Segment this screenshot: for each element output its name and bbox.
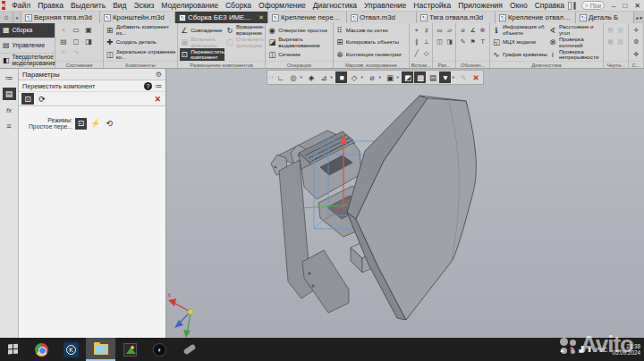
copy-objects-button[interactable]: ⊞ Копировать объекты bbox=[335, 37, 408, 49]
command-search-input[interactable] bbox=[590, 3, 601, 9]
move-component-button[interactable]: ⊡ Переместить компонент bbox=[180, 48, 225, 61]
tab-kreplenie-otvala[interactable]: ↻Крепление отвала... bbox=[496, 12, 576, 23]
window-maximize-button[interactable]: □ bbox=[619, 2, 631, 10]
taskbar-media-button[interactable]: ◗ bbox=[145, 338, 174, 361]
taskbar-explorer-button[interactable] bbox=[86, 338, 115, 361]
tab-detal[interactable]: ↻Деталь Б bbox=[576, 12, 634, 23]
aux-point-icon[interactable]: ⌖ bbox=[415, 27, 419, 34]
text-annotation-icon[interactable]: T bbox=[481, 38, 485, 45]
taskbar-paint-button[interactable] bbox=[174, 338, 204, 361]
menu-layout[interactable]: Оформление bbox=[255, 1, 309, 10]
tab-kronshtein[interactable]: ↻Кронштейн.m3d bbox=[100, 12, 175, 23]
structure-icon[interactable]: ≔ bbox=[155, 82, 162, 90]
group-label-drawing[interactable]: Черте... bbox=[604, 61, 628, 68]
tab-close-icon[interactable]: ✕ bbox=[258, 14, 264, 21]
layout-icon-2[interactable]: ▱ bbox=[447, 27, 452, 34]
group-label-diagnostics[interactable]: Диагностика bbox=[490, 61, 603, 68]
command-search[interactable]: ⌕ bbox=[581, 1, 605, 10]
group-label-placement[interactable]: Размещение компонентов bbox=[178, 61, 265, 68]
menu-diagnostics[interactable]: Диагностика bbox=[309, 1, 360, 10]
tray-expand-icon[interactable]: ▲ bbox=[559, 347, 564, 353]
save-icon[interactable]: ▣ bbox=[85, 26, 92, 34]
aux-perpendicular-icon[interactable]: ⊥ bbox=[424, 38, 429, 46]
object-info-button[interactable]: ℹ Информация об объекте bbox=[492, 24, 547, 37]
open-document-icon[interactable]: ▭ bbox=[72, 26, 80, 34]
collision-move-mode-icon[interactable]: ⚡ bbox=[89, 118, 101, 130]
aux-parallel-plane-icon[interactable]: ∥ bbox=[415, 38, 419, 46]
menu-management[interactable]: Управление bbox=[360, 1, 410, 10]
angle-annotation-icon[interactable]: ∡ bbox=[470, 27, 476, 34]
simple-hole-button[interactable]: ◉ Отверстие простое bbox=[267, 24, 332, 37]
3d-viewport[interactable]: ∷ ∟ ◎ ▾ ◈ ⊿ ▾ ■ ◇ ▾ ⌀ ▾ ▣ ▾ ◩ ▩ ▤ ▼ ▾ ✎ … bbox=[166, 69, 644, 338]
preview-icon[interactable]: ◻ bbox=[73, 38, 80, 46]
tab-sborka-bez-imeni4[interactable]: ↻Сборка БЕЗ ИМЕНИ4 ✕ bbox=[175, 12, 268, 23]
layout-icon-4[interactable]: ◨ bbox=[446, 38, 453, 46]
tab-list-dropdown-icon[interactable]: ▾ bbox=[13, 12, 21, 23]
marker-annotation-icon[interactable]: ⚑ bbox=[470, 38, 476, 46]
layout-toggle-icon[interactable] bbox=[568, 2, 572, 10]
parameters-panel-icon[interactable]: ▤ bbox=[3, 88, 16, 100]
create-part-button[interactable]: ✚ Создать деталь bbox=[106, 37, 176, 49]
language-indicator[interactable]: РУС bbox=[596, 347, 608, 353]
screen-mode-icon[interactable] bbox=[573, 2, 577, 10]
aux-plane-icon[interactable]: ◇ bbox=[424, 50, 428, 57]
variables-panel-icon[interactable]: fx bbox=[3, 104, 16, 116]
collision-check-button[interactable]: ⊗ Проверка коллизий bbox=[548, 37, 602, 49]
menu-modeling[interactable]: Моделирование bbox=[157, 1, 222, 10]
rotate-move-mode-icon[interactable]: ⟲ bbox=[104, 118, 115, 130]
diameter-annotation-icon[interactable]: ⌀ bbox=[462, 27, 465, 34]
aux-line-icon[interactable]: ╱ bbox=[415, 50, 419, 57]
drawing-icon-1[interactable]: ▤ bbox=[607, 27, 614, 34]
cut-extrude-button[interactable]: ◪ Вырезать выдавливанием bbox=[267, 37, 332, 49]
window-minimize-button[interactable]: – bbox=[608, 2, 619, 10]
print-icon[interactable]: ▤ bbox=[60, 38, 67, 46]
tree-panel-icon[interactable]: ≔ bbox=[3, 71, 16, 84]
menu-select[interactable]: Выделить bbox=[67, 1, 109, 10]
continuity-check-button[interactable]: ≀ Проверка непрерывности bbox=[548, 48, 602, 61]
drawing-icon-3[interactable]: ▦ bbox=[607, 38, 614, 46]
menu-window[interactable]: Окно bbox=[506, 1, 531, 10]
grid-array-button[interactable]: ⠿ Массив по сетке bbox=[335, 24, 408, 37]
battery-icon[interactable]: ▮ bbox=[588, 346, 591, 353]
section-button[interactable]: ◫ Сечение bbox=[267, 48, 332, 61]
mass-properties-button[interactable]: ◱ МЦХ модели bbox=[492, 37, 547, 49]
layout-icon-1[interactable]: ▭ bbox=[436, 27, 443, 34]
drawing-icon-4[interactable]: ▧ bbox=[617, 38, 623, 46]
coincidence-button[interactable]: ∠ Совпадение bbox=[180, 24, 225, 37]
geometry-collection-button[interactable]: ⊕ Коллекция геометрии bbox=[335, 48, 408, 61]
disable-fixation-button[interactable]: ▢ Отключить фиксацию bbox=[225, 37, 265, 49]
menu-edit[interactable]: Правка bbox=[34, 1, 67, 10]
new-document-icon[interactable]: ▫ bbox=[63, 26, 65, 34]
mode-solid-modeling-button[interactable]: ◧ Твердотельное моделирование bbox=[0, 54, 55, 68]
clock[interactable]: 21:38 05.09.2024 bbox=[612, 343, 640, 356]
s-icon-1[interactable]: ✛ bbox=[634, 27, 640, 34]
rotation-rotation-button[interactable]: ↻ Вращение-вращение bbox=[225, 24, 265, 37]
group-label-array[interactable]: Массив, копирование bbox=[334, 61, 409, 68]
undo-icon[interactable]: ↶ bbox=[61, 49, 67, 57]
taskbar-photos-button[interactable] bbox=[115, 338, 145, 361]
group-label-components[interactable]: Компоненты bbox=[104, 61, 177, 68]
curvature-graph-button[interactable]: ∿ График кривизны bbox=[492, 48, 547, 61]
datum-annotation-icon[interactable]: ⊕ bbox=[480, 27, 486, 34]
add-component-button[interactable]: ⊞ Добавить компонент из... bbox=[106, 24, 176, 37]
mode-management-button[interactable]: ▤ Управление bbox=[0, 38, 55, 54]
taskbar-chrome-button[interactable] bbox=[27, 338, 56, 361]
menu-view[interactable]: Вид bbox=[109, 1, 130, 10]
aux-axis-icon[interactable]: ♯ bbox=[425, 27, 428, 33]
gear-icon[interactable]: ⚙ bbox=[156, 71, 162, 79]
tab-verhnyaya-tyaga[interactable]: ↻Верхняя тяга.m3d bbox=[21, 12, 100, 23]
start-button[interactable] bbox=[0, 338, 27, 361]
menu-sketch[interactable]: Эскиз bbox=[131, 1, 158, 10]
leader-annotation-icon[interactable]: ✎ bbox=[461, 38, 466, 46]
tab-scroll-controls[interactable]: ▸▾ bbox=[634, 12, 644, 23]
menu-file[interactable]: Файл bbox=[8, 1, 34, 10]
mode-assembly-button[interactable]: ▦ Сборка bbox=[0, 23, 55, 38]
s-icon-3[interactable]: ✜ bbox=[634, 51, 640, 58]
menu-applications[interactable]: Приложения bbox=[454, 1, 506, 10]
layout-icon-3[interactable]: ◫ bbox=[436, 38, 443, 46]
drawing-icon-2[interactable]: ▥ bbox=[617, 27, 623, 34]
tab-otval[interactable]: ↻Отвал.m3d bbox=[347, 12, 417, 23]
enable-fixation-button[interactable]: ▣ Включить фиксацию bbox=[180, 37, 225, 49]
group-label-annotations[interactable]: Обознач... bbox=[456, 61, 489, 68]
distance-angle-button[interactable]: ∢ Расстояние и угол bbox=[548, 24, 602, 37]
